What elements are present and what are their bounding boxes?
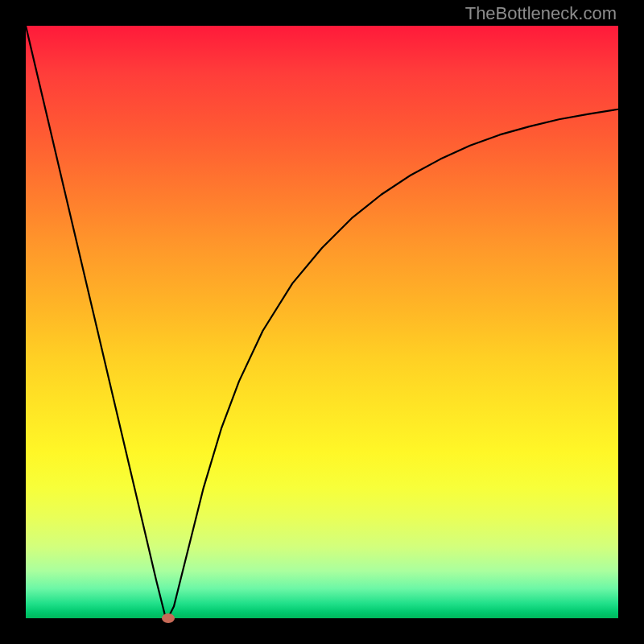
chart-frame: TheBottleneck.com [0, 0, 644, 644]
bottleneck-curve [26, 26, 618, 618]
minimum-marker [162, 613, 175, 623]
curve-layer [26, 26, 618, 618]
watermark-text: TheBottleneck.com [465, 3, 617, 24]
